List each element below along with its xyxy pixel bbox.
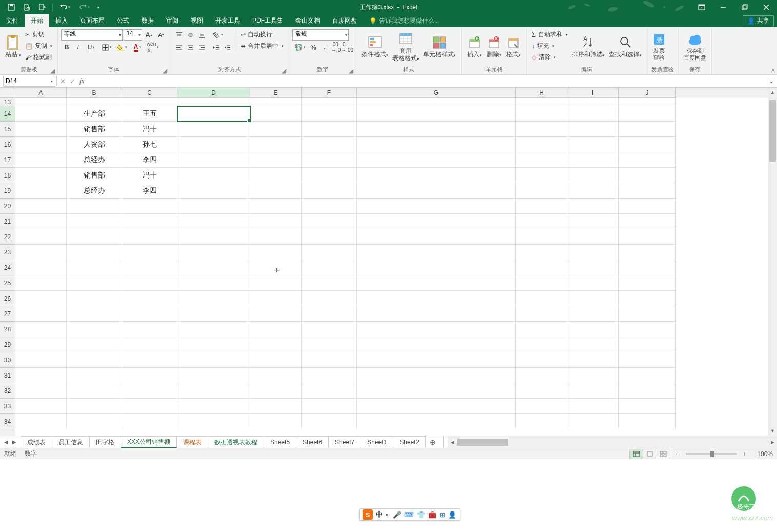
horizontal-scrollbar[interactable]: ◀ ▶ xyxy=(448,436,777,448)
cell-H21[interactable] xyxy=(516,214,567,229)
cell-H28[interactable] xyxy=(516,322,567,337)
number-format-select[interactable]: 常规▾ xyxy=(292,29,349,41)
cells-grid[interactable]: ✛ 生产部王五销售部冯十人资部孙七总经办李四销售部冯十总经办李四 xyxy=(15,98,768,436)
share-button[interactable]: 👤 共享 xyxy=(743,15,774,26)
cell-styles-button[interactable]: 单元格样式▾ xyxy=(421,29,458,63)
cell-H30[interactable] xyxy=(516,352,567,368)
cell-I28[interactable] xyxy=(567,322,619,337)
cell-B18[interactable]: 销售部 xyxy=(67,168,122,183)
cell-F30[interactable] xyxy=(302,352,357,368)
sort-filter-button[interactable]: AZ 排序和筛选▾ xyxy=(570,29,607,63)
tab-home[interactable]: 开始 xyxy=(25,14,49,27)
cell-H18[interactable] xyxy=(516,168,567,183)
cell-J30[interactable] xyxy=(619,352,676,368)
cell-C27[interactable] xyxy=(122,306,177,322)
row-header-29[interactable]: 29 xyxy=(0,337,15,352)
cell-D25[interactable] xyxy=(177,275,250,291)
cell-H14[interactable] xyxy=(516,106,567,122)
cell-B22[interactable] xyxy=(67,229,122,245)
tab-insert[interactable]: 插入 xyxy=(49,14,74,27)
cell-J22[interactable] xyxy=(619,229,676,245)
collapse-ribbon-button[interactable]: ᐱ xyxy=(771,68,775,73)
cell-I24[interactable] xyxy=(567,260,619,275)
cell-G34[interactable] xyxy=(357,414,516,429)
delete-cells-button[interactable]: 删除▾ xyxy=(484,29,504,63)
cell-C24[interactable] xyxy=(122,260,177,275)
zoom-in-button[interactable]: + xyxy=(741,450,748,458)
cell-A23[interactable] xyxy=(15,245,67,260)
cell-C20[interactable] xyxy=(122,199,177,214)
cell-A22[interactable] xyxy=(15,229,67,245)
cell-C28[interactable] xyxy=(122,322,177,337)
tab-view[interactable]: 视图 xyxy=(185,14,209,27)
format-cells-button[interactable]: 格式▾ xyxy=(504,29,523,63)
cell-H31[interactable] xyxy=(516,368,567,383)
cell-E27[interactable] xyxy=(250,306,302,322)
tab-formulas[interactable]: 公式 xyxy=(111,14,135,27)
sheet-tab-4[interactable]: 课程表 xyxy=(177,436,208,448)
row-header-27[interactable]: 27 xyxy=(0,306,15,322)
cell-C25[interactable] xyxy=(122,275,177,291)
row-header-28[interactable]: 28 xyxy=(0,322,15,337)
cell-B26[interactable] xyxy=(67,291,122,306)
cell-I17[interactable] xyxy=(567,152,619,168)
cell-J34[interactable] xyxy=(619,414,676,429)
insert-function-button[interactable]: fx xyxy=(79,77,84,85)
cell-F22[interactable] xyxy=(302,229,357,245)
align-bottom-button[interactable] xyxy=(196,29,207,41)
cell-J28[interactable] xyxy=(619,322,676,337)
cell-J29[interactable] xyxy=(619,337,676,352)
fill-button[interactable]: ↓填充▾ xyxy=(530,41,570,51)
decrease-decimal-button[interactable]: .0→.00 xyxy=(342,42,353,53)
font-name-select[interactable]: 等线▾ xyxy=(61,29,123,41)
formula-bar-input[interactable] xyxy=(87,76,766,87)
cell-C23[interactable] xyxy=(122,245,177,260)
orientation-button[interactable]: ab xyxy=(210,29,226,41)
cell-E29[interactable] xyxy=(250,337,302,352)
percent-button[interactable]: % xyxy=(308,42,319,53)
column-header-I[interactable]: I xyxy=(567,88,619,98)
row-header-19[interactable]: 19 xyxy=(0,183,15,199)
hscroll-left-button[interactable]: ◀ xyxy=(448,440,457,445)
cell-C13[interactable] xyxy=(122,98,177,106)
cell-F24[interactable] xyxy=(302,260,357,275)
cell-I33[interactable] xyxy=(567,399,619,414)
cell-D32[interactable] xyxy=(177,383,250,399)
underline-button[interactable]: U xyxy=(84,42,99,53)
column-header-F[interactable]: F xyxy=(302,88,357,98)
cell-D16[interactable] xyxy=(177,137,250,152)
cell-D13[interactable] xyxy=(177,98,250,106)
cell-D17[interactable] xyxy=(177,152,250,168)
cell-I27[interactable] xyxy=(567,306,619,322)
cell-F28[interactable] xyxy=(302,322,357,337)
cell-H19[interactable] xyxy=(516,183,567,199)
cell-I18[interactable] xyxy=(567,168,619,183)
cell-B17[interactable]: 总经办 xyxy=(67,152,122,168)
tab-developer[interactable]: 开发工具 xyxy=(209,14,246,27)
cell-B15[interactable]: 销售部 xyxy=(67,122,122,137)
cell-A24[interactable] xyxy=(15,260,67,275)
cell-E13[interactable] xyxy=(250,98,302,106)
cell-H15[interactable] xyxy=(516,122,567,137)
ime-sogou-icon[interactable]: S xyxy=(363,509,373,520)
row-header-15[interactable]: 15 xyxy=(0,122,15,137)
cell-B25[interactable] xyxy=(67,275,122,291)
cell-F26[interactable] xyxy=(302,291,357,306)
cell-D22[interactable] xyxy=(177,229,250,245)
cell-D24[interactable] xyxy=(177,260,250,275)
cell-I31[interactable] xyxy=(567,368,619,383)
cell-B16[interactable]: 人资部 xyxy=(67,137,122,152)
cell-C33[interactable] xyxy=(122,399,177,414)
cell-B33[interactable] xyxy=(67,399,122,414)
cell-D20[interactable] xyxy=(177,199,250,214)
cell-C18[interactable]: 冯十 xyxy=(122,168,177,183)
row-header-26[interactable]: 26 xyxy=(0,291,15,306)
paste-button[interactable]: 粘贴 ▾ xyxy=(3,29,23,63)
tab-file[interactable]: 文件 xyxy=(0,14,25,27)
row-header-32[interactable]: 32 xyxy=(0,383,15,399)
cell-F25[interactable] xyxy=(302,275,357,291)
cell-I26[interactable] xyxy=(567,291,619,306)
cell-J16[interactable] xyxy=(619,137,676,152)
row-header-31[interactable]: 31 xyxy=(0,368,15,383)
cell-J33[interactable] xyxy=(619,399,676,414)
